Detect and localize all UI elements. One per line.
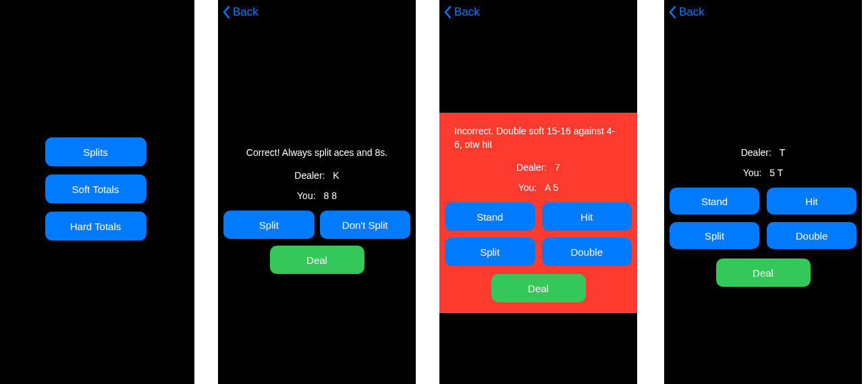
back-button[interactable]: Back — [664, 0, 862, 24]
player-hand: You: 5 T — [664, 167, 862, 178]
action-buttons: Split Don't Split — [218, 211, 416, 239]
dont-split-button[interactable]: Don't Split — [320, 211, 411, 239]
back-button[interactable]: Back — [218, 0, 416, 24]
you-value: A 5 — [545, 182, 558, 193]
dealer-hand: Dealer: T — [664, 147, 862, 158]
screen-main-menu: Splits Soft Totals Hard Totals — [0, 0, 194, 384]
screen-splits-correct: Back Correct! Always split aces and 8s. … — [218, 0, 416, 384]
deal-button[interactable]: Deal — [491, 274, 586, 302]
screen-hard-play: Back Dealer: T You: 5 T Stand Hit Split … — [664, 0, 862, 384]
action-buttons: Stand Hit Split Double — [664, 188, 862, 249]
game-content: Dealer: T You: 5 T Stand Hit Split Doubl… — [664, 147, 862, 287]
feedback-message: Incorrect. Double soft 15-16 against 4-6… — [439, 125, 637, 151]
splits-button[interactable]: Splits — [45, 137, 146, 166]
chevron-left-icon — [222, 5, 230, 19]
deal-button[interactable]: Deal — [716, 258, 811, 287]
hands-display: Dealer: 7 You: A 5 — [439, 162, 637, 193]
dealer-label: Dealer: — [516, 162, 547, 173]
you-value: 5 T — [769, 167, 783, 178]
deal-button[interactable]: Deal — [270, 246, 364, 274]
stand-button[interactable]: Stand — [445, 202, 535, 231]
dealer-label: Dealer: — [294, 170, 325, 181]
back-label: Back — [233, 5, 259, 19]
feedback-message: Correct! Always split aces and 8s. — [218, 147, 416, 158]
player-hand: You: A 5 — [439, 182, 637, 193]
game-content: Correct! Always split aces and 8s. Deale… — [218, 147, 416, 274]
double-button[interactable]: Double — [542, 238, 632, 266]
chevron-left-icon — [443, 5, 452, 19]
player-hand: You: 8 8 — [218, 190, 416, 201]
back-button[interactable]: Back — [439, 0, 637, 24]
hard-totals-button[interactable]: Hard Totals — [45, 211, 146, 240]
you-label: You: — [297, 190, 316, 201]
dealer-value: 7 — [555, 162, 560, 173]
you-value: 8 8 — [323, 190, 336, 201]
action-buttons: Stand Hit Split Double — [439, 202, 637, 266]
dealer-label: Dealer: — [741, 147, 771, 158]
soft-totals-button[interactable]: Soft Totals — [45, 174, 146, 203]
dealer-value: K — [333, 170, 339, 181]
menu-container: Splits Soft Totals Hard Totals — [45, 137, 146, 240]
stand-button[interactable]: Stand — [670, 188, 759, 215]
back-label: Back — [454, 5, 480, 19]
split-button[interactable]: Split — [445, 238, 535, 266]
split-button[interactable]: Split — [670, 222, 759, 249]
dealer-hand: Dealer: K — [218, 170, 416, 181]
you-label: You: — [743, 167, 762, 178]
incorrect-feedback-panel: Incorrect. Double soft 15-16 against 4-6… — [439, 113, 637, 313]
screen-soft-incorrect: Back Incorrect. Double soft 15-16 agains… — [439, 0, 637, 384]
double-button[interactable]: Double — [767, 222, 857, 249]
split-button[interactable]: Split — [223, 211, 315, 239]
dealer-value: T — [780, 147, 786, 158]
hit-button[interactable]: Hit — [542, 202, 632, 231]
chevron-left-icon — [668, 5, 676, 19]
hit-button[interactable]: Hit — [767, 188, 857, 215]
dealer-hand: Dealer: 7 — [439, 162, 637, 173]
you-label: You: — [518, 182, 537, 193]
back-label: Back — [679, 5, 705, 19]
